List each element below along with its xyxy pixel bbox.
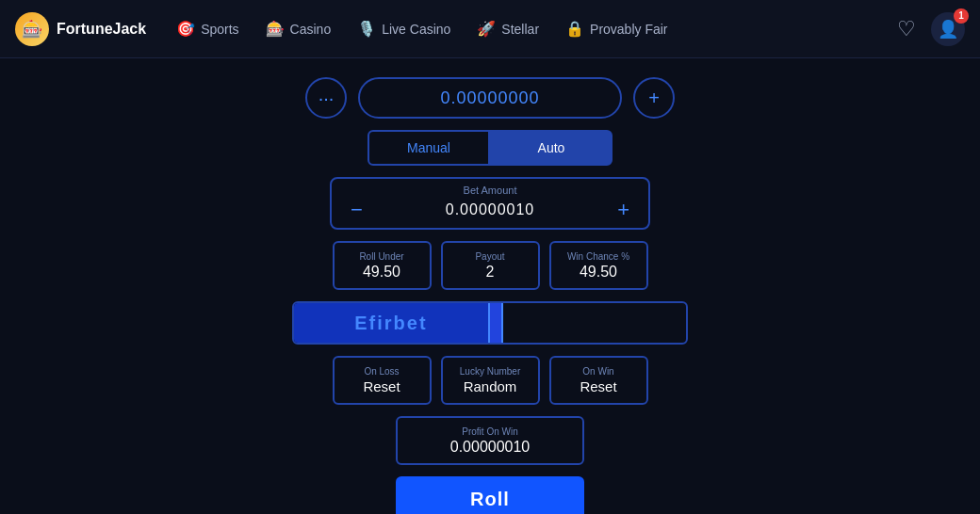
favorites-button[interactable]: ♡ bbox=[897, 17, 916, 41]
bet-amount-value: 0.00000010 bbox=[446, 201, 535, 218]
bet-amount-row: − 0.00000010 + bbox=[343, 198, 637, 222]
payout-label: Payout bbox=[475, 251, 504, 262]
stats-row: Roll Under 49.50 Payout 2 Win Chance % 4… bbox=[333, 241, 648, 290]
nav-live-casino[interactable]: 🎙️ Live Casino bbox=[357, 20, 450, 38]
header-right: ♡ 👤 1 bbox=[897, 12, 965, 46]
mode-tabs: Manual Auto bbox=[368, 130, 612, 166]
main-nav: 🎯 Sports 🎰 Casino 🎙️ Live Casino 🚀 Stell… bbox=[176, 20, 897, 38]
decrease-bet-button[interactable]: − bbox=[343, 198, 370, 222]
nav-sports-label: Sports bbox=[201, 22, 238, 37]
balance-display: 0.00000000 bbox=[358, 77, 622, 119]
dice-slider[interactable]: Efirbet bbox=[292, 301, 688, 345]
dots-icon: ··· bbox=[318, 88, 335, 109]
roll-under-box: Roll Under 49.50 bbox=[333, 241, 432, 290]
on-win-box[interactable]: On Win Reset bbox=[549, 356, 648, 405]
slider-thumb[interactable] bbox=[488, 303, 503, 343]
roll-button[interactable]: Roll bbox=[396, 476, 584, 514]
on-win-label: On Win bbox=[582, 366, 613, 377]
lucky-number-box[interactable]: Lucky Number Random bbox=[441, 356, 540, 405]
logo-text: FortuneJack bbox=[57, 21, 146, 38]
bet-amount-label: Bet Amount bbox=[464, 185, 517, 196]
live-casino-icon: 🎙️ bbox=[357, 20, 376, 38]
slider-filled-area: Efirbet bbox=[294, 303, 488, 343]
plus-icon: + bbox=[648, 88, 660, 109]
nav-stellar-label: Stellar bbox=[501, 22, 539, 37]
minus-icon: − bbox=[351, 198, 363, 221]
nav-casino[interactable]: 🎰 Casino bbox=[266, 20, 332, 38]
win-chance-label: Win Chance % bbox=[567, 251, 629, 262]
on-loss-value: Reset bbox=[363, 378, 400, 394]
roll-under-value: 49.50 bbox=[363, 264, 400, 281]
payout-box: Payout 2 bbox=[441, 241, 540, 290]
bet-options-row: On Loss Reset Lucky Number Random On Win… bbox=[333, 356, 648, 405]
slider-label: Efirbet bbox=[354, 313, 427, 334]
nav-stellar[interactable]: 🚀 Stellar bbox=[477, 20, 539, 38]
game-area: ··· 0.00000000 + Manual Auto Bet Amount … bbox=[0, 58, 980, 514]
plus-bet-icon: + bbox=[617, 198, 629, 221]
tab-manual[interactable]: Manual bbox=[368, 130, 490, 166]
roll-under-label: Roll Under bbox=[359, 251, 403, 262]
profit-on-win-box: Profit On Win 0.00000010 bbox=[396, 416, 584, 465]
options-button[interactable]: ··· bbox=[305, 77, 347, 119]
on-loss-box[interactable]: On Loss Reset bbox=[333, 356, 432, 405]
nav-provably-fair-label: Provably Fair bbox=[590, 22, 667, 37]
profit-on-win-value: 0.00000010 bbox=[450, 439, 531, 456]
nav-provably-fair[interactable]: 🔒 Provably Fair bbox=[565, 20, 667, 38]
notification-badge: 1 bbox=[954, 8, 969, 24]
nav-casino-label: Casino bbox=[290, 22, 332, 37]
slider-empty-area bbox=[503, 303, 686, 343]
add-balance-button[interactable]: + bbox=[633, 77, 675, 119]
provably-fair-icon: 🔒 bbox=[565, 20, 584, 38]
casino-icon: 🎰 bbox=[266, 20, 285, 38]
logo-icon: 🎰 bbox=[15, 12, 49, 46]
payout-value: 2 bbox=[486, 264, 495, 281]
balance-value: 0.00000000 bbox=[440, 88, 539, 108]
nav-live-casino-label: Live Casino bbox=[382, 22, 450, 37]
profit-on-win-label: Profit On Win bbox=[462, 426, 517, 437]
logo-area[interactable]: 🎰 FortuneJack bbox=[15, 12, 146, 46]
on-win-value: Reset bbox=[580, 378, 616, 394]
tab-auto[interactable]: Auto bbox=[490, 130, 612, 166]
on-loss-label: On Loss bbox=[364, 366, 399, 377]
stellar-icon: 🚀 bbox=[477, 20, 496, 38]
win-chance-value: 49.50 bbox=[580, 264, 617, 281]
lucky-number-value: Random bbox=[464, 378, 517, 394]
increase-bet-button[interactable]: + bbox=[610, 198, 637, 222]
lucky-number-label: Lucky Number bbox=[460, 366, 520, 377]
sports-icon: 🎯 bbox=[176, 20, 195, 38]
win-chance-box: Win Chance % 49.50 bbox=[549, 241, 648, 290]
balance-row: ··· 0.00000000 + bbox=[305, 77, 675, 119]
user-button[interactable]: 👤 1 bbox=[931, 12, 965, 46]
nav-sports[interactable]: 🎯 Sports bbox=[176, 20, 238, 38]
bet-amount-container: Bet Amount − 0.00000010 + bbox=[330, 177, 650, 230]
